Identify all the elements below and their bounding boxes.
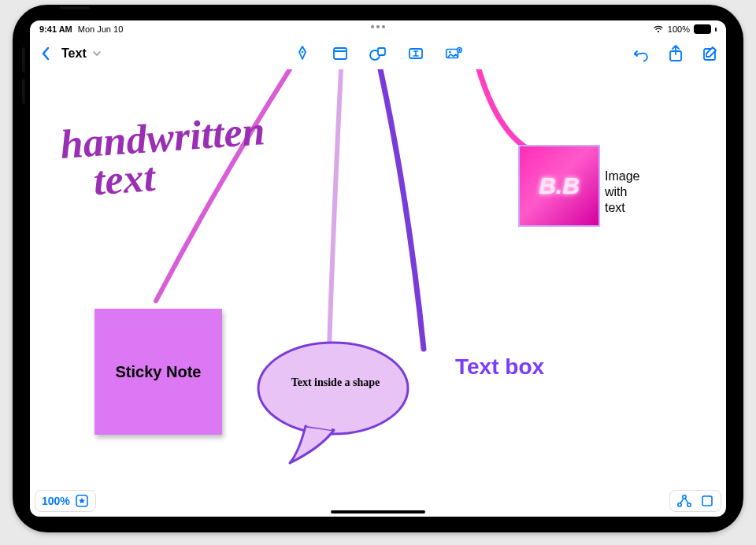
back-chevron-icon[interactable] [36,44,55,63]
status-bar: 9:41 AM Mon Jun 10 100% [30,20,726,38]
svg-point-12 [683,495,686,499]
freeform-canvas[interactable]: handwritten text Sticky Note Text inside… [30,69,726,517]
multitask-dots-icon[interactable] [371,25,385,28]
volume-down-hw [22,79,25,104]
image-caption: B.B [539,172,580,199]
svg-point-6 [449,51,451,54]
media-tool-icon[interactable] [444,44,463,63]
image-label: Image with text [605,169,639,216]
text-box-tool-icon[interactable] [406,44,425,63]
ipad-device-frame: 9:41 AM Mon Jun 10 100% Text [13,5,743,532]
svg-point-14 [687,503,691,506]
view-controls[interactable] [669,490,721,512]
sticky-note[interactable]: Sticky Note [94,309,222,435]
speech-bubble-text: Text inside a shape [265,376,406,389]
inserted-image[interactable]: B.B [518,145,600,227]
undo-icon[interactable] [632,44,650,63]
title-chevron-down-icon[interactable] [91,44,102,63]
svg-point-13 [678,503,681,506]
status-date: Mon Jun 10 [78,24,123,34]
zoom-value: 100% [42,495,70,507]
connections-icon[interactable] [676,494,692,508]
compose-icon[interactable] [701,44,720,63]
battery-icon [694,24,711,34]
svg-point-0 [302,51,304,54]
wifi-icon [653,25,664,33]
handwritten-text[interactable]: handwritten text [59,111,269,203]
battery-percent: 100% [668,24,690,34]
text-box[interactable]: Text box [455,354,544,380]
svg-rect-15 [702,496,712,506]
zoom-controls[interactable]: 100% [35,490,96,512]
svg-rect-3 [378,48,385,55]
shape-tool-icon[interactable] [369,44,387,63]
status-time: 9:41 AM [39,24,72,34]
handwritten-line2: text [92,154,157,203]
share-icon[interactable] [666,44,685,63]
screen: 9:41 AM Mon Jun 10 100% Text [30,20,726,517]
speech-bubble-shape[interactable]: Text inside a shape [250,337,416,455]
status-right: 100% [653,24,717,34]
volume-up-hw [22,47,25,72]
board-title[interactable]: Text [61,46,87,61]
svg-rect-1 [334,48,346,59]
power-hw [60,6,90,9]
grid-view-icon[interactable] [700,494,714,508]
sticky-note-tool-icon[interactable] [331,44,350,63]
toolbar: Text [30,38,726,69]
sticky-note-text: Sticky Note [116,363,202,381]
home-indicator[interactable] [331,510,425,513]
battery-tip-icon [715,28,717,32]
pen-tool-icon[interactable] [293,44,312,63]
zoom-favorite-icon[interactable] [75,494,89,508]
